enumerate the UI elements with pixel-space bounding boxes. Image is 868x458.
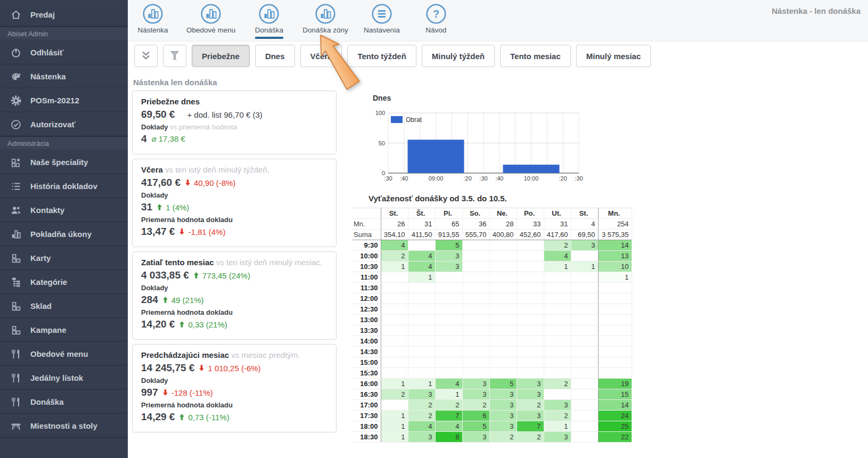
change-value: ⌀ 17,38 € bbox=[152, 134, 185, 144]
docs-count: 997 bbox=[141, 387, 158, 398]
chart-circle-icon bbox=[142, 3, 163, 24]
docs-label: Doklady bbox=[141, 377, 327, 385]
heatmap-row-12-00: 12:00 bbox=[353, 293, 632, 304]
svg-text::30: :30 bbox=[479, 175, 487, 182]
legend-label: Obrat bbox=[406, 116, 422, 124]
filter-button-dnes[interactable]: Dnes bbox=[255, 45, 295, 67]
sidebar-item-label: Kategórie bbox=[30, 277, 67, 287]
heatmap-row-14-30: 14:30 bbox=[353, 347, 632, 357]
cutlery-icon bbox=[10, 372, 22, 384]
stat-cards: Priebežne dnes69,50 €+ dod. list 96,70 €… bbox=[132, 91, 337, 432]
list-icon bbox=[10, 181, 22, 192]
filter-button-minuly-mesiac[interactable]: Minulý mesiac bbox=[576, 45, 651, 67]
svg-text:100: 100 bbox=[375, 110, 385, 116]
heatmap-row-13-00: 13:00 bbox=[353, 315, 632, 325]
app-window: PredajAbiset AdminOdhlásiťNástenkaPOSm-2… bbox=[0, 0, 868, 458]
filter-button-minuly-tyzden[interactable]: Minulý týždeň bbox=[422, 45, 495, 67]
filter-button-vcera[interactable]: Včera bbox=[300, 45, 342, 67]
card-title: Predchádzajúci mesiac vs mesiac predtým. bbox=[141, 350, 327, 359]
tab-nastavenia[interactable]: Nastavenia bbox=[361, 3, 403, 39]
sidebar-item-miestnosti-a-stoly[interactable]: Miestnosti a stoly bbox=[0, 414, 128, 438]
bar-09:00 bbox=[408, 140, 464, 173]
check-circle-icon bbox=[10, 119, 22, 130]
change-value: 49 (21%) bbox=[163, 296, 204, 305]
col-header: St. bbox=[381, 208, 408, 219]
filter-button-tento-tyzden[interactable]: Tento týždeň bbox=[347, 45, 416, 67]
bar-chart-icon bbox=[10, 228, 22, 240]
avg-label: Priemerná hodnota dokladu bbox=[141, 401, 327, 409]
heatmap-row-10-30: 10:301431110 bbox=[353, 261, 632, 272]
today-bar-chart: Dnes050100:30:4009:00:20:30:4010:00:20:3… bbox=[362, 92, 596, 185]
sidebar-item-kontakty[interactable]: Kontakty bbox=[0, 198, 128, 222]
sidebar-item-label: Obedové menu bbox=[30, 349, 88, 358]
sidebar-item-historia-dokladov[interactable]: História dokladov bbox=[0, 174, 128, 198]
card-total-extra: + dod. list 96,70 € (3) bbox=[187, 110, 262, 119]
tab-label: Návod bbox=[425, 26, 446, 34]
tab-donaska-zony[interactable]: Donáška zóny bbox=[302, 3, 348, 39]
heatmap-row-17-00: 17:0022232314 bbox=[353, 400, 632, 411]
sidebar-section-abiset-admin: Abiset Admin bbox=[0, 27, 128, 40]
sidebar-item-donaska[interactable]: Donáška bbox=[0, 390, 128, 414]
bar-10:00 bbox=[503, 165, 560, 173]
sidebar-item-jedalny-listok[interactable]: Jedálny lístok bbox=[0, 366, 128, 390]
sidebar-item-pokladna-ukony[interactable]: Pokladňa úkony bbox=[0, 222, 128, 246]
docs-count: 284 bbox=[141, 294, 158, 306]
sidebar-item-autorizovat[interactable]: Autorizovať bbox=[0, 112, 128, 136]
sidebar-item-label: Pokladňa úkony bbox=[30, 230, 92, 239]
sidebar-item-obedove-menu[interactable]: Obedové menu bbox=[0, 342, 128, 366]
trend-down-icon bbox=[199, 365, 204, 371]
collapse-toolbar-button[interactable] bbox=[134, 45, 158, 67]
sidebar-item-karty[interactable]: Karty bbox=[0, 246, 128, 270]
heatmap-row-11-00: 11:0011 bbox=[353, 272, 632, 283]
docs-label: Doklady bbox=[141, 284, 327, 292]
tab-obedove-menu[interactable]: Obedové menu bbox=[186, 3, 235, 39]
col-header: Ut. bbox=[544, 208, 571, 219]
change-value: 1 (4%) bbox=[157, 203, 189, 212]
filter-toolbar: PriebežneDnesVčeraTento týždeňMinulý týž… bbox=[134, 45, 651, 67]
sidebar-item-nastenka[interactable]: Nástenka bbox=[0, 64, 128, 88]
sidebar-item-odhlasit[interactable]: Odhlásiť bbox=[0, 40, 128, 64]
cutlery-icon bbox=[10, 348, 22, 360]
heatmap-row-15-30: 15:30 bbox=[353, 368, 632, 379]
people-icon bbox=[10, 205, 22, 216]
window-title: Nástenka - len donáška bbox=[772, 6, 861, 15]
tab-navod[interactable]: ?Návod bbox=[415, 3, 457, 39]
col-header: Po. bbox=[517, 208, 544, 219]
avg-label: Priemerná hodnota dokladu bbox=[141, 216, 327, 224]
svg-text:10:00: 10:00 bbox=[524, 175, 539, 182]
sidebar-item-predaj[interactable]: Predaj bbox=[0, 3, 128, 27]
sidebar-item-sklad[interactable]: Sklad bbox=[0, 294, 128, 318]
col-header: Št. bbox=[408, 208, 435, 219]
heatmap-row-17-30: 17:30127633224 bbox=[353, 411, 632, 421]
power-icon bbox=[10, 47, 22, 59]
tab-donaska[interactable]: Donáška bbox=[248, 3, 290, 39]
tab-nastenka[interactable]: Nástenka bbox=[132, 3, 174, 39]
sidebar-item-label: Predaj bbox=[30, 10, 55, 19]
blocks-icon bbox=[10, 324, 22, 336]
heatmap-row-10-00: 10:00243413 bbox=[353, 251, 632, 261]
avg-value: 14,20 € bbox=[141, 318, 175, 330]
col-header: Pi. bbox=[435, 208, 462, 219]
card-total: 14 245,75 € bbox=[141, 362, 194, 374]
tab-label: Donáška zóny bbox=[302, 26, 348, 34]
sidebar-item-nase-speciality[interactable]: Naše špeciality bbox=[0, 150, 128, 174]
sidebar-item-kategorie[interactable]: Kategórie bbox=[0, 270, 128, 294]
sidebar-section-administracia: Administrácia bbox=[0, 136, 128, 150]
palette-icon bbox=[10, 71, 22, 83]
filter-button[interactable] bbox=[163, 45, 186, 67]
stat-card-zatial-tento-mesiac: Zatiaľ tento mesiac vs ten istý deň minu… bbox=[132, 251, 337, 340]
chevrons-down-icon bbox=[140, 49, 152, 63]
col-header: Ne. bbox=[489, 208, 517, 219]
funnel-icon bbox=[168, 49, 181, 63]
chart-circle-icon bbox=[315, 3, 336, 24]
filter-button-priebezne[interactable]: Priebežne bbox=[192, 45, 250, 67]
svg-text:?: ? bbox=[433, 8, 439, 20]
filter-button-tento-mesiac[interactable]: Tento mesiac bbox=[500, 45, 571, 67]
change-value: 40,90 (-8%) bbox=[185, 178, 235, 187]
svg-text::30: :30 bbox=[384, 175, 392, 182]
sidebar-item-kampane[interactable]: Kampane bbox=[0, 318, 128, 342]
gear-icon bbox=[10, 95, 22, 107]
cutlery-icon bbox=[10, 396, 22, 408]
sidebar-item-posm-20212[interactable]: POSm-20212 bbox=[0, 88, 128, 112]
change-value: -1,81 (4%) bbox=[179, 227, 225, 236]
